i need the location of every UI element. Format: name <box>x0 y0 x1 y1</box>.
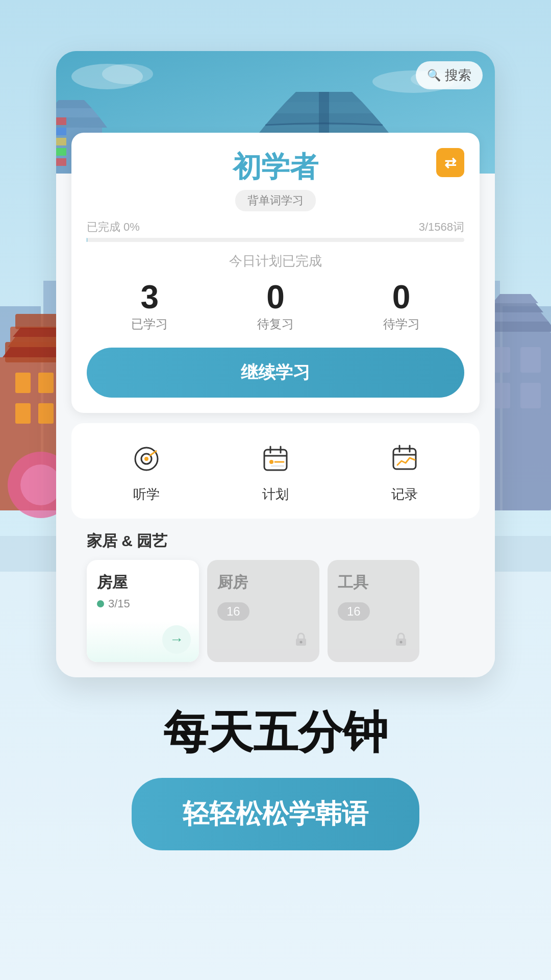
progress-right: 3/1568词 <box>419 219 464 235</box>
action-record[interactable]: 记录 <box>384 438 425 503</box>
stat-review-number: 0 <box>257 278 294 316</box>
page-wrapper: 🔍 搜索 初学者 ⇄ 背单词学习 已完成 0% <box>0 0 551 980</box>
action-plan-label: 计划 <box>262 485 289 503</box>
continue-button[interactable]: 继续学习 <box>87 348 464 398</box>
svg-rect-15 <box>38 403 54 424</box>
progress-labels: 已完成 0% 3/1568词 <box>87 219 464 235</box>
word-card-tools-title: 工具 <box>338 572 409 593</box>
progress-bar-fill <box>87 238 87 242</box>
record-icon <box>389 444 420 474</box>
word-card-house-title: 房屋 <box>97 572 189 593</box>
word-card-kitchen-title: 厨房 <box>217 572 309 593</box>
bottom-section: 每天五分钟 轻轻松松学韩语 <box>91 677 460 876</box>
svg-point-53 <box>102 64 153 84</box>
svg-point-69 <box>269 460 273 464</box>
stat-pending: 0 待学习 <box>383 278 420 332</box>
svg-rect-14 <box>15 403 31 424</box>
svg-rect-60 <box>56 158 66 166</box>
svg-rect-12 <box>38 373 54 393</box>
big-title: 每天五分钟 <box>132 708 419 757</box>
svg-rect-65 <box>264 450 287 470</box>
progress-text: 3/15 <box>108 597 130 610</box>
svg-point-77 <box>300 641 303 644</box>
svg-rect-57 <box>56 128 66 135</box>
progress-dot <box>97 600 104 607</box>
progress-left: 已完成 0% <box>87 219 140 235</box>
svg-rect-59 <box>56 148 66 156</box>
plan-icon <box>260 444 291 474</box>
svg-marker-27 <box>487 303 543 312</box>
section-title: 家居 & 园艺 <box>56 519 495 560</box>
stat-pending-label: 待学习 <box>383 317 420 331</box>
badge-icon: ⇄ <box>444 155 456 171</box>
hero-title: 初学者 <box>87 148 464 187</box>
hero-top: 初学者 ⇄ <box>87 148 464 187</box>
stat-learned-label: 已学习 <box>131 317 168 331</box>
svg-rect-56 <box>56 117 66 125</box>
listen-icon <box>131 444 162 474</box>
svg-point-18 <box>20 464 61 505</box>
stat-review-label: 待复习 <box>257 317 294 331</box>
progress-bar-container: 已完成 0% 3/1568词 <box>87 219 464 242</box>
hero-badge: ⇄ <box>436 148 464 177</box>
svg-rect-32 <box>520 383 541 408</box>
search-icon: 🔍 <box>427 69 441 82</box>
word-card-kitchen-count: 16 <box>217 602 249 621</box>
search-button[interactable]: 🔍 搜索 <box>416 61 483 89</box>
stat-pending-number: 0 <box>383 278 420 316</box>
word-cards-row: 房屋 3/15 → 厨房 16 <box>56 560 495 662</box>
stat-review: 0 待复习 <box>257 278 294 332</box>
plan-icon-container <box>255 438 296 479</box>
progress-bar-bg <box>87 238 464 242</box>
word-card-house-progress: 3/15 <box>97 597 189 610</box>
action-listen-label: 听学 <box>133 485 160 503</box>
svg-rect-47 <box>319 92 329 138</box>
word-card-house[interactable]: 房屋 3/15 → <box>87 560 199 662</box>
arrow-button[interactable]: → <box>162 625 191 654</box>
cta-button[interactable]: 轻轻松松学韩语 <box>132 778 419 850</box>
svg-point-63 <box>144 457 148 461</box>
word-card-tools-count: 16 <box>338 602 370 621</box>
study-hero: 初学者 ⇄ 背单词学习 已完成 0% 3/1568词 <box>71 133 480 413</box>
lock-icon-2 <box>393 631 409 652</box>
word-card-tools: 工具 16 <box>328 560 419 662</box>
svg-point-79 <box>400 641 403 644</box>
quick-actions: 听学 计划 <box>71 423 480 519</box>
record-icon-container <box>384 438 425 479</box>
action-plan[interactable]: 计划 <box>255 438 296 503</box>
listen-icon-container <box>126 438 167 479</box>
phone-card: 🔍 搜索 初学者 ⇄ 背单词学习 已完成 0% <box>56 51 495 677</box>
word-card-kitchen: 厨房 16 <box>207 560 319 662</box>
svg-marker-28 <box>492 294 538 303</box>
subtitle-tag: 背单词学习 <box>235 190 316 211</box>
svg-rect-11 <box>15 373 31 393</box>
action-listen[interactable]: 听学 <box>126 438 167 503</box>
daily-complete: 今日计划已完成 <box>87 252 464 270</box>
lock-icon <box>293 631 309 652</box>
search-label: 搜索 <box>445 66 471 84</box>
hero-subtitle: 背单词学习 <box>87 190 464 211</box>
stats-row: 3 已学习 0 待复习 0 待学习 <box>87 278 464 332</box>
stat-learned: 3 已学习 <box>131 278 168 332</box>
action-record-label: 记录 <box>391 485 418 503</box>
svg-rect-30 <box>520 347 541 373</box>
stat-learned-number: 3 <box>131 278 168 316</box>
svg-rect-58 <box>56 138 66 145</box>
card-body: 初学者 ⇄ 背单词学习 已完成 0% 3/1568词 <box>56 133 495 677</box>
